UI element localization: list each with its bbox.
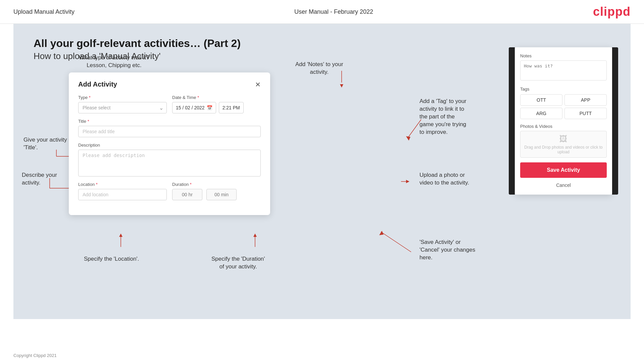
annotation-save: 'Save Activity' or'Cancel' your changesh…	[419, 239, 475, 262]
photos-label: Photos & Videos	[520, 124, 607, 129]
svg-marker-21	[406, 180, 409, 183]
modal-close-button[interactable]: ✕	[255, 81, 261, 88]
cancel-link[interactable]: Cancel	[520, 181, 607, 189]
date-input[interactable]: 15 / 02 / 2022 📅	[172, 102, 216, 113]
title-label: Title *	[78, 119, 261, 124]
notes-input[interactable]	[520, 60, 607, 81]
duration-hr-input[interactable]	[172, 189, 202, 200]
svg-line-22	[381, 232, 411, 252]
location-duration-row: Location * Duration *	[78, 182, 261, 200]
location-label: Location *	[78, 182, 167, 187]
svg-line-18	[408, 119, 421, 138]
modal-header: Add Activity ✕	[78, 81, 261, 88]
annotation-tags: Add a 'Tag' to youractivity to link it t…	[419, 98, 466, 136]
type-select-wrap: Please select ⌄	[78, 102, 167, 113]
save-activity-button[interactable]: Save Activity	[520, 162, 607, 178]
datetime-label: Date & Time *	[172, 95, 261, 100]
tag-arg[interactable]: ARG	[520, 108, 562, 119]
footer: Copyright Clippd 2021	[13, 353, 57, 358]
title-input[interactable]	[78, 126, 261, 137]
duration-group: Duration *	[172, 182, 261, 200]
photos-drop-zone[interactable]: 🖼 Drag and Drop photos and videos or cli…	[520, 131, 607, 158]
description-input[interactable]	[78, 150, 261, 176]
top-bar: Upload Manual Activity User Manual - Feb…	[0, 0, 644, 24]
duration-inputs	[172, 189, 261, 200]
annotation-description: Describe youractivity.	[22, 171, 57, 187]
type-label: Type *	[78, 95, 167, 100]
annotation-type: What type of activity was it?Lesson, Chi…	[79, 54, 149, 69]
title-group: Title *	[78, 119, 261, 137]
notes-label: Notes	[520, 53, 607, 58]
duration-min-input[interactable]	[206, 189, 237, 200]
location-input[interactable]	[78, 189, 167, 200]
panel-border-right	[612, 47, 618, 195]
annotation-photos: Upload a photo orvideo to the activity.	[419, 171, 469, 187]
datetime-group: Date & Time * 15 / 02 / 2022 📅 2:21 PM	[172, 95, 261, 113]
description-label: Description	[78, 143, 261, 148]
duration-label: Duration *	[172, 182, 261, 187]
tag-putt[interactable]: PUTT	[564, 108, 607, 119]
type-group: Type * Please select ⌄	[78, 95, 167, 113]
svg-marker-15	[253, 234, 257, 237]
time-input[interactable]: 2:21 PM	[219, 102, 244, 113]
annotation-duration: Specify the 'Duration'of your activity.	[211, 255, 265, 271]
type-select[interactable]: Please select	[78, 102, 167, 113]
main-content: All your golf-relevant activities… (Part…	[13, 24, 631, 319]
tags-label: Tags	[520, 87, 607, 92]
page-title: Upload Manual Activity	[13, 8, 75, 15]
photos-hint: Drag and Drop photos and videos or click…	[521, 145, 606, 154]
tag-ott[interactable]: OTT	[520, 94, 562, 106]
manual-title: User Manual - February 2022	[294, 8, 373, 15]
photo-icon: 🖼	[559, 134, 567, 144]
date-time-inputs: 15 / 02 / 2022 📅 2:21 PM	[172, 102, 261, 113]
tags-grid: OTT APP ARG PUTT	[520, 94, 607, 119]
add-activity-modal: Add Activity ✕ Type * Please select ⌄ Da…	[69, 72, 270, 215]
svg-marker-13	[119, 234, 122, 237]
panel-border-left	[509, 47, 515, 195]
modal-title: Add Activity	[78, 81, 117, 88]
type-datetime-row: Type * Please select ⌄ Date & Time * 15 …	[78, 95, 261, 113]
annotation-location: Specify the 'Location'.	[84, 255, 139, 263]
tag-app[interactable]: APP	[564, 94, 607, 106]
calendar-icon: 📅	[207, 105, 212, 110]
svg-marker-19	[406, 136, 410, 141]
logo: clippd	[593, 5, 631, 19]
copyright: Copyright Clippd 2021	[13, 353, 57, 358]
svg-marker-23	[379, 231, 384, 235]
annotation-notes: Add 'Notes' to youractivity.	[295, 61, 343, 76]
location-group: Location *	[78, 182, 167, 200]
phone-panel: Notes Tags OTT APP ARG PUTT Photos & Vid…	[515, 47, 612, 195]
annotation-title: Give your activity a'Title'.	[23, 136, 72, 152]
description-group: Description	[78, 143, 261, 176]
svg-marker-17	[340, 84, 343, 88]
